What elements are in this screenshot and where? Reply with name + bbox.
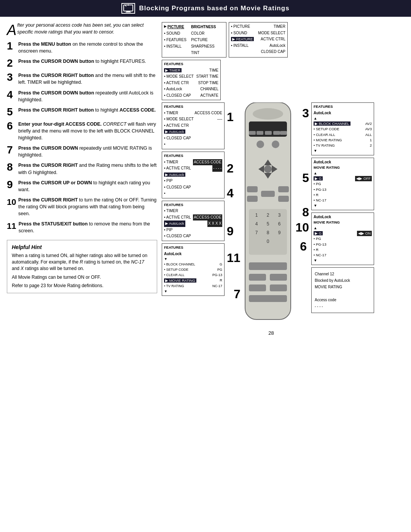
svg-rect-34 xyxy=(249,284,266,291)
step-11: 11 Press the STATUS/EXIT button to remov… xyxy=(7,220,157,234)
step-content-5: Press the CURSOR RIGHT button to highlig… xyxy=(18,107,156,113)
svg-rect-38 xyxy=(256,131,263,135)
autolock-step9-right-menu: FEATURES AutoLock ▲ ▶ BLOCK CHANNELAV2 •… xyxy=(311,102,374,155)
drop-cap: A xyxy=(7,23,16,37)
left-column: A fter your personal access code has bee… xyxy=(7,22,157,339)
svg-point-14 xyxy=(264,165,272,173)
svg-rect-36 xyxy=(249,295,287,302)
svg-rect-31 xyxy=(249,262,287,270)
helpful-hint-box: Helpful Hint When a rating is turned ON,… xyxy=(7,240,157,294)
svg-rect-18 xyxy=(278,196,289,202)
blocked-channel: Channel 12 xyxy=(315,271,371,277)
autolock-step10-right-menu: AutoLock MOVIE RATING ▲ ▶ G◀▶ OFF • PG •… xyxy=(311,158,374,210)
step-content-6: Enter your four-digit ACCESS CODE. CORRE… xyxy=(18,121,157,141)
tv-icon xyxy=(121,3,135,14)
step-6: 6 Enter your four-digit ACCESS CODE. COR… xyxy=(7,121,157,141)
remote-control-diagram: 1 2 3 4 5 8 10 9 11 6 7 xyxy=(226,102,310,323)
features-step5-menu: FEATURES • TIMERACCESS CODE • MODE SELEC… xyxy=(162,102,225,149)
svg-text:2: 2 xyxy=(267,212,269,218)
svg-rect-32 xyxy=(249,274,266,281)
features-step3-menu: FEATURES ▶ TIMERTIME • MODE SELECTSTART … xyxy=(162,60,221,100)
svg-text:5: 5 xyxy=(267,221,269,227)
svg-text:7: 7 xyxy=(255,230,258,235)
picture-main-menu: ▶ PICTURE • SOUND • FEATURES • INSTALL B… xyxy=(162,22,226,58)
features-title-3: FEATURES xyxy=(164,61,218,67)
step-overlay-10: 10 xyxy=(295,220,309,235)
step-num-5: 5 xyxy=(7,107,15,117)
step-num-11: 11 xyxy=(7,220,16,230)
step-overlay-7: 7 xyxy=(234,287,241,301)
helpful-hint-title: Helpful Hint xyxy=(12,244,152,250)
intro-text: fter your personal access code has been … xyxy=(17,22,143,35)
step-overlay-5: 5 xyxy=(302,171,309,185)
svg-rect-19 xyxy=(261,191,275,197)
step-7: 7 Press the CURSOR DOWN repeatedly until… xyxy=(7,145,157,158)
step-overlay-6: 6 xyxy=(300,240,307,254)
blocked-access-code: - - - - xyxy=(315,303,371,310)
remote-svg: 1 2 3 4 5 6 7 8 9 0 xyxy=(237,102,298,323)
svg-point-8 xyxy=(256,141,264,148)
step-overlay-8: 8 xyxy=(302,205,309,219)
svg-rect-16 xyxy=(278,186,289,192)
svg-rect-17 xyxy=(247,196,258,202)
blocked-label: Blocked by AutoLock xyxy=(315,277,371,284)
step-5: 5 Press the CURSOR RIGHT button to highl… xyxy=(7,107,157,117)
step-2: 2 Press the CURSOR DOWN button to highli… xyxy=(7,58,157,69)
svg-text:8: 8 xyxy=(267,230,269,235)
intro-paragraph: A fter your personal access code has bee… xyxy=(7,22,157,35)
svg-point-9 xyxy=(272,141,279,148)
step-overlay-4: 4 xyxy=(227,186,234,200)
autolock-step11-menu: AutoLock MOVIE RATING ▲ ▶ G◀▶ ON • PG • … xyxy=(311,212,374,265)
step-10: 10 Press the CURSOR RIGHT to turn the ra… xyxy=(7,197,157,217)
step-num-4: 4 xyxy=(7,89,15,100)
step-content-11: Press the STATUS/EXIT button to remove t… xyxy=(19,220,157,234)
svg-text:6: 6 xyxy=(278,221,281,227)
svg-text:4: 4 xyxy=(255,221,258,227)
step-content-1: Press the MENU button on the remote cont… xyxy=(18,41,157,54)
svg-rect-39 xyxy=(265,131,272,135)
step-content-8: Press the CURSOR RIGHT and the Rating me… xyxy=(18,162,157,176)
step-3: 3 Press the CURSOR RIGHT button and the … xyxy=(7,72,157,86)
helpful-hint-p3: Refer to page 23 for Movie Rating defini… xyxy=(12,283,152,289)
svg-rect-35 xyxy=(270,284,287,291)
svg-text:9: 9 xyxy=(278,230,281,235)
page-title: Blocking Programs based on Movie Ratings xyxy=(139,5,289,12)
svg-text:1: 1 xyxy=(255,212,258,218)
step-num-10: 10 xyxy=(7,197,15,206)
step-content-2: Press the CURSOR DOWN button to highligh… xyxy=(18,58,146,65)
helpful-hint-p2: All Movie Ratings can be turned ON or OF… xyxy=(12,274,152,281)
step-num-3: 3 xyxy=(7,72,15,83)
svg-rect-40 xyxy=(273,131,280,135)
svg-rect-37 xyxy=(249,131,256,135)
blocked-access-label: Access code xyxy=(315,297,371,303)
page-header: Blocking Programs based on Movie Ratings xyxy=(0,0,411,17)
step-content-9: Press the CURSOR UP or DOWN to highlight… xyxy=(18,179,157,193)
svg-text:3: 3 xyxy=(278,212,281,218)
features-step6-menu: FEATURES • TIMERACCESS CODE • ACTIVE CTR… xyxy=(162,152,225,198)
helpful-hint-p1: When a rating is turned ON, all higher r… xyxy=(12,252,152,272)
svg-point-6 xyxy=(253,108,283,120)
step-overlay-3: 3 xyxy=(302,106,309,120)
step2-main-menu: • PICTURETIMER • SOUNDMODE SELECT ▶ FEAT… xyxy=(229,22,288,58)
step-content-10: Press the CURSOR RIGHT to turn the ratin… xyxy=(18,197,157,217)
svg-rect-41 xyxy=(280,131,287,135)
features-step10-left-menu: FEATURES AutoLock ▼ • BLOCK CHANNELG • S… xyxy=(162,243,225,296)
step-content-4: Press the CURSOR DOWN button repeatedly … xyxy=(18,89,157,103)
step-content-7: Press the CURSOR DOWN repeatedly until M… xyxy=(18,145,157,158)
step-9: 9 Press the CURSOR UP or DOWN to highlig… xyxy=(7,179,157,193)
page-number: 28 xyxy=(162,327,381,339)
step-num-2: 2 xyxy=(7,58,15,69)
step-4: 4 Press the CURSOR DOWN button repeatedl… xyxy=(7,89,157,103)
step-num-1: 1 xyxy=(7,41,15,51)
right-column: ▶ PICTURE • SOUND • FEATURES • INSTALL B… xyxy=(162,22,381,339)
features-step9-left-menu: FEATURES • TIMER • ACTIVE CTRLACCESS COD… xyxy=(162,201,225,241)
svg-rect-15 xyxy=(247,186,258,192)
step-num-8: 8 xyxy=(7,162,15,173)
step-content-3: Press the CURSOR RIGHT button and the me… xyxy=(18,72,157,86)
blocked-screen-display: Channel 12 Blocked by AutoLock MOVIE RAT… xyxy=(311,267,374,313)
blocked-rating-type: MOVIE RATING xyxy=(315,284,371,290)
svg-text:0: 0 xyxy=(267,239,269,244)
svg-rect-33 xyxy=(270,274,287,281)
step-8: 8 Press the CURSOR RIGHT and the Rating … xyxy=(7,162,157,176)
feature-highlight: ▶ FEATURE xyxy=(231,37,254,41)
